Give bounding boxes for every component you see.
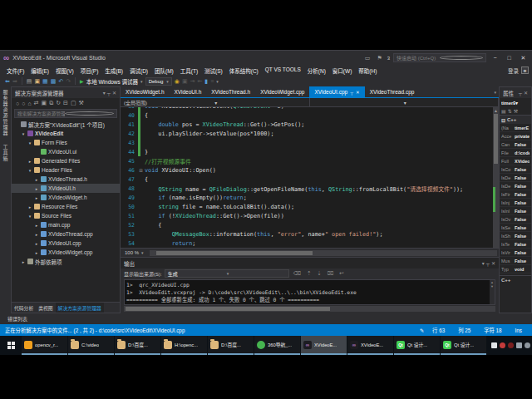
menu-item[interactable]: 项目(P) bbox=[77, 66, 102, 75]
property-row[interactable]: IsDeFalse bbox=[500, 182, 531, 190]
output-horizontal-scrollbar[interactable] bbox=[124, 306, 495, 312]
tree-item[interactable]: ▾Form Files bbox=[12, 138, 120, 147]
save-all-icon[interactable]: ▩ bbox=[51, 77, 57, 85]
expander-icon[interactable]: ▾ bbox=[27, 140, 32, 145]
auto-hide-pin-icon[interactable]: ┬ bbox=[107, 91, 111, 96]
scroll-up-icon[interactable]: ▲ bbox=[494, 108, 498, 113]
pending-changes-filter-icon[interactable]: ▣ bbox=[42, 100, 47, 106]
show-all-files-icon[interactable]: ▢ bbox=[71, 100, 76, 106]
clear-all-icon[interactable]: ⌧ bbox=[326, 270, 336, 277]
scope-dropdown[interactable]: (全局范围) ▾ bbox=[121, 98, 310, 106]
notifications-flag-icon[interactable]: ⚑ bbox=[375, 55, 383, 62]
panel-tab[interactable]: 类视图 bbox=[36, 303, 55, 313]
home-icon[interactable]: ⌂ bbox=[27, 101, 31, 106]
menu-item[interactable]: QT VS TOOLS bbox=[262, 66, 304, 75]
restore-button[interactable]: □ bbox=[504, 55, 515, 61]
code-line[interactable]: 41 double pos = XVideoThread::Get()->Get… bbox=[121, 120, 493, 129]
open-file-icon[interactable]: ▣ bbox=[34, 77, 40, 85]
property-row[interactable]: MusFalse bbox=[500, 257, 531, 265]
solution-explorer-titlebar[interactable]: 解决方案资源管理器 ▾ ┬ ✕ bbox=[12, 87, 120, 98]
property-row[interactable]: IsTeFalse bbox=[500, 240, 531, 249]
property-row[interactable]: (NatimerE bbox=[500, 124, 531, 132]
tree-item[interactable]: ▸main.cpp bbox=[12, 220, 120, 229]
volume-tray-icon[interactable] bbox=[525, 342, 530, 348]
navigate-back-icon[interactable]: ⬅ bbox=[5, 77, 10, 85]
property-row[interactable]: IsCoFalse bbox=[500, 165, 531, 174]
editor-tab[interactable]: XVideoUI.h bbox=[170, 86, 207, 97]
expander-icon[interactable]: ▸ bbox=[34, 195, 39, 200]
code-area[interactable]: 39void XVideoUI::timerEvent(QTimerEvent … bbox=[121, 107, 493, 248]
bookmark-icon[interactable]: ▮ bbox=[204, 77, 208, 85]
code-line[interactable]: 43 bbox=[121, 138, 493, 147]
menu-item[interactable]: 工具(T) bbox=[177, 66, 201, 75]
menu-item[interactable]: 团队(M) bbox=[151, 66, 177, 75]
navigate-forward-icon[interactable]: ➡ bbox=[12, 77, 17, 85]
code-line[interactable]: 44} bbox=[121, 147, 493, 156]
alphabetical-icon[interactable]: ⇅ bbox=[508, 108, 512, 114]
expander-icon[interactable]: ▸ bbox=[34, 241, 39, 246]
tree-item[interactable]: ▸XVideoUI.cpp bbox=[12, 239, 120, 248]
debugger-target-label[interactable]: 本地 Windows 调试器 bbox=[86, 77, 138, 86]
tree-item[interactable]: XVideoUI.ui bbox=[12, 147, 120, 156]
taskbar-item[interactable]: QtQt 设计... bbox=[441, 336, 486, 355]
menu-item[interactable]: 调试(D) bbox=[126, 66, 151, 75]
redo-icon[interactable]: ↷ bbox=[66, 77, 71, 85]
tree-item[interactable]: ▸XVideoWidget.h bbox=[12, 193, 120, 202]
solution-search-input[interactable]: 搜索解决方案资源管理器(Ctrl+;) bbox=[14, 109, 117, 118]
zoom-select[interactable]: 100 % ▾ bbox=[122, 250, 146, 255]
taskbar-item[interactable]: QtQt 设计... bbox=[394, 336, 440, 355]
network-tray-icon[interactable] bbox=[516, 342, 522, 348]
refresh-icon[interactable]: ↻ bbox=[56, 100, 61, 106]
taskbar-item[interactable]: ∞XVideoE... bbox=[347, 336, 393, 355]
auto-hide-pin-icon[interactable]: ┬ bbox=[486, 261, 490, 266]
expander-icon[interactable]: ▸ bbox=[34, 232, 39, 237]
property-row[interactable]: FullXVideo bbox=[500, 157, 531, 165]
side-tab[interactable]: 工具箱 bbox=[2, 145, 9, 162]
taskbar-item[interactable]: opencv_r... bbox=[22, 336, 67, 355]
close-icon[interactable]: ✕ bbox=[356, 90, 360, 95]
taskbar-item[interactable]: D:\百度... bbox=[115, 336, 160, 355]
auto-hide-pin-icon[interactable]: ┬ bbox=[519, 91, 522, 96]
feedback-icon[interactable]: ▭ bbox=[363, 55, 372, 62]
tab-list-dropdown-icon[interactable]: ▾ bbox=[491, 90, 499, 95]
property-row[interactable]: IsOvFalse bbox=[500, 215, 531, 224]
switch-views-icon[interactable]: ⇄ bbox=[34, 100, 39, 106]
property-row[interactable]: Typvoid bbox=[500, 265, 531, 273]
tree-item[interactable]: ▸XVideoWidget.cpp bbox=[12, 248, 120, 257]
property-row[interactable]: IsShFalse bbox=[500, 232, 531, 240]
menu-item[interactable]: 生成(B) bbox=[101, 66, 126, 75]
editor-tab[interactable]: XVideoUI.cpp┬✕ bbox=[309, 86, 364, 97]
menu-item[interactable]: 分析(N) bbox=[304, 66, 329, 75]
code-line[interactable]: 50 string file = name.toLocal8Bit().data… bbox=[121, 202, 493, 211]
menu-item[interactable]: 视图(V) bbox=[52, 66, 77, 75]
panel-tab[interactable]: 解决方案资源管理器 bbox=[56, 303, 104, 313]
expander-icon[interactable]: ▸ bbox=[21, 259, 26, 264]
goto-previous-message-icon[interactable]: ⇡ bbox=[305, 270, 313, 277]
save-icon[interactable]: ▦ bbox=[42, 77, 48, 85]
sign-in[interactable]: 登录 ☻ bbox=[508, 66, 529, 75]
expander-icon[interactable]: ▸ bbox=[27, 159, 32, 164]
debugger-dropdown-icon[interactable]: ▾ bbox=[140, 79, 143, 84]
property-row[interactable]: IsInlFalse bbox=[500, 207, 531, 215]
property-row[interactable]: IsDeFalse bbox=[500, 174, 531, 182]
scrollbar-thumb[interactable] bbox=[494, 114, 498, 164]
output-console[interactable]: 1> qrc_XVideoUI.cpp1> XVideoEdit.vcxproj… bbox=[124, 279, 495, 305]
taskbar-item[interactable]: D:\百度... bbox=[208, 336, 254, 355]
code-line[interactable]: 45//打开视频源事件 bbox=[121, 156, 493, 165]
step-over-icon[interactable]: ⇥ bbox=[190, 77, 195, 85]
quick-launch-search[interactable]: 快速启动 (Ctrl+Q) bbox=[393, 53, 486, 62]
window-position-icon[interactable]: ▾ bbox=[103, 90, 106, 96]
code-line[interactable]: 51 if (!XVideoThread::Get()->Open(file)) bbox=[121, 211, 493, 220]
new-file-icon[interactable]: ▤ bbox=[27, 77, 32, 85]
menu-item[interactable]: 编辑(E) bbox=[27, 66, 52, 75]
security-tray-icon[interactable] bbox=[508, 342, 514, 348]
find-message-icon[interactable]: ⌫ bbox=[292, 270, 303, 277]
editor-tab[interactable]: XVideoWidget.h bbox=[121, 86, 170, 97]
editor-tab[interactable]: XVideoWidget.cpp bbox=[255, 86, 309, 97]
code-line[interactable]: 42 ui.playSlider->setValue(pos*1000); bbox=[121, 129, 493, 138]
menu-item[interactable]: 窗口(W) bbox=[329, 66, 355, 75]
expander-icon[interactable]: ▾ bbox=[27, 214, 32, 219]
tree-item[interactable]: ▸Resource Files bbox=[12, 202, 120, 211]
properties-titlebar[interactable]: 属性 ┬ ✕ bbox=[500, 87, 531, 98]
property-row[interactable]: CanFalse bbox=[500, 140, 531, 149]
